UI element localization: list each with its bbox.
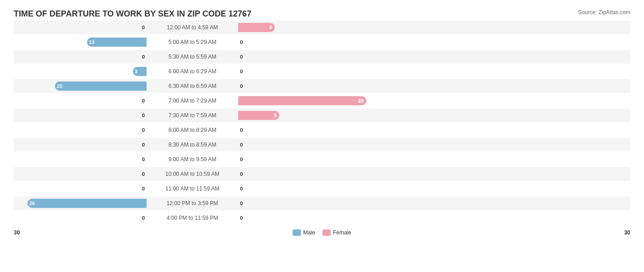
- time-label: 5:30 AM to 5:59 AM: [147, 54, 238, 60]
- bar-row: 08:00 AM to 8:29 AM0: [14, 123, 630, 137]
- bar-row: 36:00 AM to 6:29 AM0: [14, 65, 630, 78]
- axis-right: 30: [624, 229, 630, 236]
- legend: Male Female: [293, 229, 351, 236]
- male-swatch: [293, 229, 301, 236]
- time-label: 6:00 AM to 6:29 AM: [147, 68, 238, 75]
- legend-female: Female: [322, 229, 351, 236]
- time-label: 5:00 AM to 5:29 AM: [147, 39, 238, 45]
- time-label: 10:00 AM to 10:59 AM: [147, 171, 238, 177]
- female-label: Female: [333, 229, 351, 236]
- bar-row: 010:00 AM to 10:59 AM0: [14, 167, 630, 181]
- bar-row: 011:00 AM to 11:59 AM0: [14, 182, 630, 196]
- time-label: 11:00 AM to 11:59 AM: [147, 185, 238, 192]
- time-label: 7:00 AM to 7:29 AM: [147, 98, 238, 104]
- legend-male: Male: [293, 229, 315, 236]
- chart-source: Source: ZipAtlas.com: [578, 9, 630, 16]
- time-label: 12:00 PM to 3:59 PM: [147, 200, 238, 207]
- bar-row: 08:30 AM to 8:59 AM0: [14, 138, 630, 152]
- bar-row: 2612:00 PM to 3:59 PM0: [14, 196, 630, 210]
- bar-row: 135:00 AM to 5:29 AM0: [14, 35, 630, 49]
- bar-row: 07:30 AM to 7:59 AM9: [14, 109, 630, 122]
- chart-footer: 30 Male Female 30: [14, 229, 630, 236]
- bar-row: 09:00 AM to 9:59 AM0: [14, 152, 630, 166]
- axis-left: 30: [14, 229, 20, 236]
- bar-row: 012:00 AM to 4:59 AM8: [14, 21, 630, 34]
- bar-row: 07:00 AM to 7:29 AM28: [14, 94, 630, 108]
- chart-container: TIME OF DEPARTURE TO WORK BY SEX IN ZIP …: [14, 9, 630, 236]
- time-label: 12:00 AM to 4:59 AM: [147, 24, 238, 31]
- rows-wrapper: 012:00 AM to 4:59 AM8135:00 AM to 5:29 A…: [14, 21, 630, 226]
- time-label: 8:00 AM to 8:29 AM: [147, 127, 238, 133]
- time-label: 9:00 AM to 9:59 AM: [147, 156, 238, 163]
- male-label: Male: [303, 229, 315, 236]
- bar-row: 05:30 AM to 5:59 AM0: [14, 50, 630, 64]
- time-label: 4:00 PM to 11:59 PM: [147, 215, 238, 221]
- time-label: 7:30 AM to 7:59 AM: [147, 112, 238, 119]
- female-swatch: [322, 229, 331, 236]
- time-label: 6:30 AM to 6:59 AM: [147, 83, 238, 89]
- bar-row: 206:30 AM to 6:59 AM0: [14, 79, 630, 93]
- bar-row: 04:00 PM to 11:59 PM0: [14, 211, 630, 225]
- chart-title: TIME OF DEPARTURE TO WORK BY SEX IN ZIP …: [14, 9, 251, 19]
- time-label: 8:30 AM to 8:59 AM: [147, 141, 238, 148]
